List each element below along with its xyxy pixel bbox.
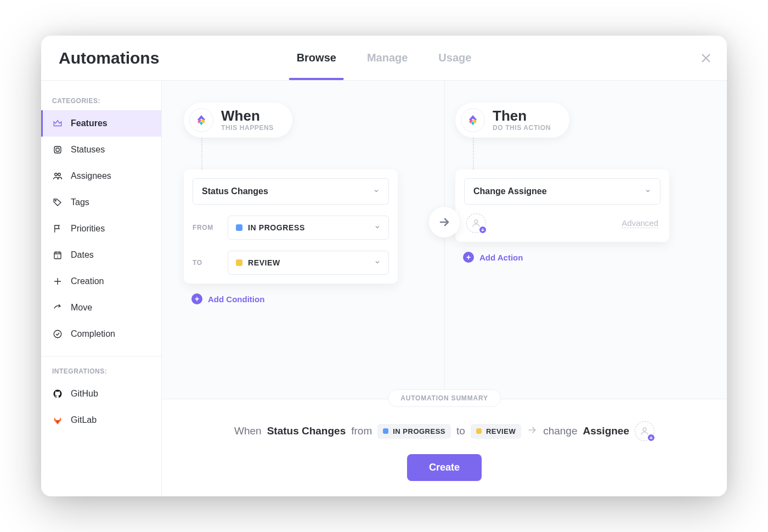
- then-column: Then DO THIS ACTION Change Assignee: [433, 103, 705, 388]
- status-swatch-yellow: [236, 259, 242, 266]
- status-swatch-yellow: [476, 428, 482, 434]
- summary-from-chip: IN PROGRESS: [377, 424, 451, 439]
- arrow-right-icon: [527, 425, 538, 438]
- summary-from-word: from: [351, 425, 372, 437]
- tabs: Browse Manage Usage: [295, 36, 474, 80]
- from-status-select[interactable]: IN PROGRESS: [228, 216, 389, 240]
- github-icon: [52, 388, 63, 399]
- when-connector: [201, 138, 202, 169]
- from-status-value: IN PROGRESS: [248, 223, 369, 232]
- create-button[interactable]: Create: [407, 454, 482, 481]
- svg-point-6: [55, 200, 56, 201]
- plus-icon: [52, 276, 63, 287]
- summary-to-value: REVIEW: [486, 427, 516, 435]
- summary-change-word: change: [543, 425, 577, 437]
- svg-point-10: [475, 220, 478, 223]
- square-icon: [52, 144, 63, 155]
- sidebar-item-label: Features: [71, 118, 108, 128]
- when-subtitle: THIS HAPPENS: [221, 124, 274, 132]
- trigger-value: Status Changes: [202, 186, 268, 196]
- then-title: Then: [493, 109, 551, 123]
- sidebar-item-label: Move: [71, 303, 92, 313]
- then-subtitle: DO THIS ACTION: [493, 124, 551, 132]
- when-card: Status Changes FROM IN PROGRESS: [184, 169, 398, 284]
- sidebar-item-tags[interactable]: Tags: [41, 189, 161, 216]
- clickup-logo-icon: [461, 108, 485, 132]
- when-header-pill: When THIS HAPPENS: [184, 103, 292, 138]
- flow-arrow: [429, 207, 460, 237]
- close-icon: [700, 52, 712, 64]
- chevron-down-icon: [374, 258, 381, 268]
- status-swatch-blue: [383, 428, 388, 434]
- arrow-right-icon: [438, 216, 451, 229]
- add-condition-label: Add Condition: [208, 295, 264, 304]
- sidebar-item-features[interactable]: Features: [41, 110, 161, 137]
- sidebar-item-creation[interactable]: Creation: [41, 268, 161, 295]
- then-header-pill: Then DO THIS ACTION: [455, 103, 569, 138]
- gitlab-icon: [52, 415, 63, 426]
- sidebar-separator: [41, 356, 161, 356]
- svg-point-11: [643, 428, 646, 431]
- tab-browse[interactable]: Browse: [295, 36, 338, 80]
- sidebar-item-github[interactable]: GitHub: [41, 381, 161, 407]
- sidebar-item-label: GitLab: [71, 415, 97, 425]
- summary-assignee-picker[interactable]: +: [635, 421, 654, 441]
- clickup-logo-icon: [189, 108, 213, 132]
- summary-trigger: Status Changes: [267, 425, 346, 437]
- tag-icon: [52, 197, 63, 208]
- action-value: Change Assignee: [473, 186, 547, 196]
- trigger-select[interactable]: Status Changes: [193, 178, 389, 205]
- categories-heading: CATEGORIES:: [41, 90, 161, 110]
- chevron-down-icon: [374, 223, 381, 233]
- column-divider: [444, 81, 445, 399]
- summary-badge: AUTOMATION SUMMARY: [388, 389, 501, 407]
- sidebar-item-dates[interactable]: 1 Dates: [41, 242, 161, 268]
- svg-rect-3: [56, 148, 59, 151]
- sidebar-item-label: Creation: [71, 276, 104, 286]
- sidebar-item-gitlab[interactable]: GitLab: [41, 407, 161, 433]
- crown-icon: [52, 118, 63, 129]
- when-title: When: [221, 109, 274, 123]
- sidebar-item-label: Completion: [71, 329, 115, 339]
- modal-title: Automations: [59, 49, 159, 67]
- sidebar-item-label: Assignees: [71, 171, 111, 181]
- add-action-label: Add Action: [479, 253, 523, 262]
- sidebar-item-label: GitHub: [71, 389, 98, 399]
- summary-target: Assignee: [583, 425, 629, 437]
- share-icon: [52, 302, 63, 313]
- summary-to-chip: REVIEW: [471, 424, 521, 439]
- sidebar-item-priorities[interactable]: Priorities: [41, 216, 161, 242]
- assignee-picker[interactable]: +: [466, 213, 486, 233]
- status-swatch-blue: [236, 224, 242, 231]
- tab-manage[interactable]: Manage: [365, 36, 410, 80]
- svg-text:1: 1: [57, 255, 59, 258]
- add-action-button[interactable]: + Add Action: [463, 252, 523, 263]
- sidebar-item-label: Priorities: [71, 224, 105, 234]
- sidebar-item-move[interactable]: Move: [41, 295, 161, 321]
- svg-rect-2: [54, 146, 61, 153]
- people-icon: [52, 171, 63, 182]
- action-select[interactable]: Change Assignee: [464, 178, 660, 205]
- sidebar-item-statuses[interactable]: Statuses: [41, 137, 161, 163]
- plus-badge-icon: +: [478, 225, 487, 234]
- from-label: FROM: [193, 224, 220, 231]
- check-circle-icon: [52, 329, 63, 339]
- automations-modal: Automations Browse Manage Usage CATEGORI…: [41, 36, 727, 496]
- add-condition-button[interactable]: + Add Condition: [191, 293, 264, 304]
- sidebar-item-completion[interactable]: Completion: [41, 321, 161, 347]
- when-column: When THIS HAPPENS Status Changes FROM: [184, 103, 433, 388]
- modal-header: Automations Browse Manage Usage: [41, 36, 727, 81]
- summary-when: When: [234, 425, 262, 437]
- automation-summary: AUTOMATION SUMMARY When Status Changes f…: [162, 399, 727, 496]
- chevron-down-icon: [373, 186, 380, 196]
- sidebar-item-label: Tags: [71, 197, 89, 207]
- close-button[interactable]: [698, 50, 714, 66]
- then-card: Change Assignee + Advanced: [455, 169, 669, 242]
- sidebar-item-assignees[interactable]: Assignees: [41, 163, 161, 189]
- advanced-link[interactable]: Advanced: [622, 218, 658, 228]
- flag-icon: [52, 223, 63, 234]
- tab-usage[interactable]: Usage: [436, 36, 473, 80]
- then-connector: [473, 138, 474, 169]
- sidebar: CATEGORIES: Features Statuses Assignees …: [41, 81, 162, 496]
- to-status-select[interactable]: REVIEW: [228, 251, 389, 275]
